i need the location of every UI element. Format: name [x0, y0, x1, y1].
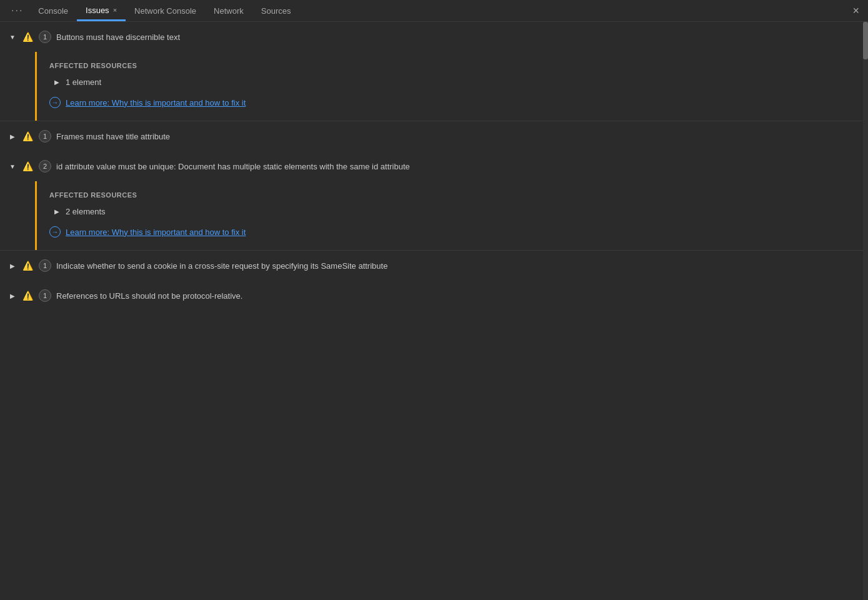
tab-sources-label: Sources: [261, 6, 291, 16]
issue-3-arrow-circle-icon: →: [49, 226, 61, 238]
issue-2-badge: 1: [39, 130, 51, 142]
tab-issues[interactable]: Issues ×: [77, 0, 126, 21]
tab-bar: ··· Console Issues × Network Console Net…: [0, 0, 868, 22]
tab-sources[interactable]: Sources: [252, 0, 300, 21]
scrollbar-track[interactable]: [863, 22, 868, 600]
issue-3-detail: AFFECTED RESOURCES 2 elements → Learn mo…: [35, 181, 868, 250]
issue-2-container: ⚠️ 1 Frames must have title attribute: [0, 121, 868, 151]
issue-4-chevron: [7, 261, 17, 271]
issues-panel: ⚠️ 1 Buttons must have discernible text …: [0, 22, 868, 600]
tab-network-console[interactable]: Network Console: [126, 0, 205, 21]
issue-3-element-count: 2 elements: [66, 207, 106, 216]
issue-3-affected-label: AFFECTED RESOURCES: [49, 191, 856, 199]
more-tabs-button[interactable]: ···: [5, 5, 29, 16]
issue-1-element-chevron: [52, 77, 62, 87]
issue-1-affected-label: AFFECTED RESOURCES: [49, 62, 856, 69]
tab-issues-label: Issues: [86, 6, 109, 15]
issue-1-element-row[interactable]: 1 element: [49, 77, 856, 87]
tab-console[interactable]: Console: [29, 0, 77, 21]
issue-2-warning-icon: ⚠️: [21, 130, 34, 142]
issue-5-chevron: [7, 291, 17, 301]
issue-3-row[interactable]: ⚠️ 2 id attribute value must be unique: …: [0, 151, 868, 181]
issue-1-learn-more-row: → Learn more: Why this is important and …: [49, 97, 856, 108]
issue-4-container: ⚠️ 1 Indicate whether to send a cookie i…: [0, 251, 868, 281]
issue-1-element-count: 1 element: [66, 78, 101, 87]
issue-3-container: ⚠️ 2 id attribute value must be unique: …: [0, 151, 868, 250]
issue-4-warning-icon: ⚠️: [21, 259, 34, 272]
issue-3-text: id attribute value must be unique: Docum…: [56, 162, 410, 171]
issue-1-text: Buttons must have discernible text: [56, 32, 180, 42]
issue-2-text: Frames must have title attribute: [56, 132, 170, 141]
tab-console-label: Console: [38, 6, 68, 16]
issue-1-container: ⚠️ 1 Buttons must have discernible text …: [0, 22, 868, 121]
tab-network-label: Network: [214, 6, 244, 16]
issue-1-detail: AFFECTED RESOURCES 1 element → Learn mor…: [35, 52, 868, 121]
issue-1-chevron: [7, 32, 17, 42]
issue-1-row[interactable]: ⚠️ 1 Buttons must have discernible text: [0, 22, 868, 52]
issue-5-text: References to URLs should not be protoco…: [56, 291, 242, 301]
devtools-close-button[interactable]: ×: [852, 4, 859, 18]
scrollbar-thumb[interactable]: [863, 22, 868, 59]
tab-network[interactable]: Network: [205, 0, 252, 21]
issue-4-row[interactable]: ⚠️ 1 Indicate whether to send a cookie i…: [0, 251, 868, 281]
issue-3-learn-more-row: → Learn more: Why this is important and …: [49, 226, 856, 238]
issue-1-badge: 1: [39, 31, 51, 43]
tab-issues-close[interactable]: ×: [113, 6, 117, 14]
tab-network-console-label: Network Console: [134, 6, 196, 16]
issue-3-warning-icon: ⚠️: [21, 160, 34, 172]
issue-1-learn-more-link[interactable]: Learn more: Why this is important and ho…: [66, 98, 246, 108]
issue-2-chevron: [7, 131, 17, 141]
issue-4-text: Indicate whether to send a cookie in a c…: [56, 261, 387, 271]
issue-1-warning-icon: ⚠️: [21, 31, 34, 43]
issue-3-learn-more-link[interactable]: Learn more: Why this is important and ho…: [66, 228, 246, 237]
issue-3-chevron: [7, 161, 17, 171]
issue-4-badge: 1: [39, 259, 51, 272]
issue-5-badge: 1: [39, 289, 51, 302]
issue-5-container: ⚠️ 1 References to URLs should not be pr…: [0, 281, 868, 311]
issue-2-row[interactable]: ⚠️ 1 Frames must have title attribute: [0, 121, 868, 151]
issue-5-warning-icon: ⚠️: [21, 289, 34, 302]
issue-3-element-chevron: [52, 206, 62, 216]
issue-3-element-row[interactable]: 2 elements: [49, 206, 856, 216]
issue-5-row[interactable]: ⚠️ 1 References to URLs should not be pr…: [0, 281, 868, 311]
issue-3-badge: 2: [39, 160, 51, 172]
issue-1-arrow-circle-icon: →: [49, 97, 61, 108]
